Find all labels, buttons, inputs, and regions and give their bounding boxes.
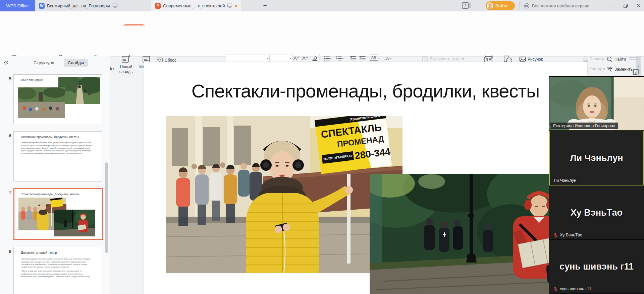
divider xyxy=(368,56,368,62)
new-slide-button[interactable]: Новый слайд ▾ xyxy=(115,55,137,74)
slide-thumbnail-5[interactable]: Сайт-специфик xyxy=(13,74,102,124)
restore-button[interactable] xyxy=(619,0,632,11)
slide-title-text[interactable]: Спектакли-променады, бродилки, квесты xyxy=(154,80,577,102)
thumb-bullet: Спектакли документального театра основан… xyxy=(21,258,93,269)
insert-picture-button[interactable]: Рисунок xyxy=(519,56,543,62)
align-text-button[interactable]: Выровнять текст ▾ xyxy=(422,56,464,62)
thumb-title: Сайт-специфик xyxy=(21,78,43,82)
wps-office-home-tab[interactable]: WPS Office xyxy=(0,0,35,11)
participant-display-name: Ли Чэньлун xyxy=(570,153,623,163)
tab-slides[interactable]: Слайды xyxy=(64,59,88,67)
presenting-monitor-icon xyxy=(112,3,118,8)
promenade-sign: Хранители.Омск СПЕКТАКЛЬ ПРОМЕНАД ТЕАТР … xyxy=(315,116,392,174)
decrease-indent-button[interactable] xyxy=(349,55,357,62)
login-label: Войти xyxy=(495,3,507,8)
slide-thumbnail-6[interactable]: Спектакли-променады, бродилки, квесты по… xyxy=(13,131,102,181)
pop-out-window-icon[interactable] xyxy=(632,68,639,76)
presentation-app-icon: P xyxy=(155,3,161,9)
divider xyxy=(113,54,113,78)
split-handle[interactable] xyxy=(629,57,639,58)
clear-format-button[interactable] xyxy=(311,55,319,62)
participant-video xyxy=(549,77,644,130)
sort-text-button[interactable]: ↓A xyxy=(382,55,390,62)
doc-tab-presentation-label: Современные_...х_спектаклей xyxy=(163,3,225,8)
doc-tab-writer[interactable]: W Всемирный_де...на_Разговоры xyxy=(35,0,122,11)
thumb-body-text: подвид иммерсивного театра. Здесь участн… xyxy=(21,142,93,155)
window-stack-icon xyxy=(470,3,471,8)
thumb-title: Документальный театр xyxy=(21,251,57,254)
increase-font-button[interactable]: A⁺ xyxy=(292,55,301,62)
numbered-list-button[interactable] xyxy=(335,55,343,62)
login-button[interactable]: Войти xyxy=(486,1,515,10)
trial-version-badge[interactable]: Бесплатная пробная версия xyxy=(524,0,589,11)
participant-display-name: Ху ВэньТао xyxy=(571,208,623,218)
collapse-panel-button[interactable] xyxy=(3,60,9,65)
participant-name-label: Екатерина Ивановна Гончарова xyxy=(550,123,618,129)
minimize-button[interactable] xyxy=(604,0,617,11)
slide-number: 6 xyxy=(5,133,11,138)
thumb-bullet: Так же в практике таких постановок пригл… xyxy=(21,270,93,278)
slide-thumbnail-7[interactable]: Спектакли-променады, бродилки, квесты xyxy=(13,188,103,240)
slide7-photo-2 xyxy=(54,210,95,236)
divider xyxy=(479,2,479,9)
thumb-title: Спектакли-променады, бродилки, квесты xyxy=(21,193,79,196)
slide-number: 5 xyxy=(5,76,11,81)
sidebar-scrollbar[interactable] xyxy=(105,162,108,253)
replace-button[interactable]: Заменить xyxy=(606,66,635,72)
ribbon-home: Вставить ▾ Вырезать Копировать Формат по… xyxy=(0,25,644,57)
menu-row: Меню ▾ Главная Вставка Дизайн Переходы А… xyxy=(0,11,644,25)
fill-button[interactable]: Заливка ▾ xyxy=(582,56,609,62)
promenade-photo-graphic: Хранители.Омск СПЕКТАКЛЬ ПРОМЕНАД ТЕАТР … xyxy=(166,116,402,273)
doc-tab-writer-label: Всемирный_де...на_Разговоры xyxy=(47,3,110,8)
unsaved-changes-dot xyxy=(235,5,237,7)
panel-tabs: Структура Слайды xyxy=(30,59,88,67)
presenting-monitor-icon xyxy=(227,3,232,8)
muted-mic-icon xyxy=(553,287,558,291)
slide-thumbnail-8[interactable]: Документальный театр Спектакли документа… xyxy=(13,247,102,294)
video-conference-panel: Екатерина Ивановна Гончарова Ли Чэньлун … xyxy=(549,76,644,294)
window-count-button[interactable]: 2 xyxy=(462,2,471,9)
participant-name-label: Ли Чэньлун xyxy=(551,177,579,184)
split-handle-line xyxy=(629,59,639,60)
slide-number: 8 xyxy=(5,249,11,254)
participant-tile-1[interactable]: Екатерина Ивановна Гончарова xyxy=(549,77,644,131)
divider xyxy=(519,2,520,9)
participant-name-label: Ху ВэньТао xyxy=(550,232,585,238)
bullet-list-button[interactable] xyxy=(323,55,331,62)
wps-office-window: WPS Office W Всемирный_де...на_Разговоры… xyxy=(0,0,644,294)
wps-office-label: WPS Office xyxy=(6,3,29,8)
divider xyxy=(346,56,347,62)
writer-app-icon: W xyxy=(39,3,45,9)
thumb-title: Спектакли-променады, бродилки, квесты xyxy=(21,135,79,139)
numbered-list-caret[interactable]: ▾ xyxy=(342,57,343,60)
trial-version-label: Бесплатная пробная версия xyxy=(532,3,589,8)
text-direction-button[interactable]: AB xyxy=(370,55,378,61)
window-count-value: 2 xyxy=(462,2,469,9)
participant-tile-2[interactable]: Ли Чэньлун Ли Чэньлун xyxy=(549,131,644,186)
decrease-font-button[interactable]: A⁻ xyxy=(301,55,309,62)
scroll-up-arrow[interactable] xyxy=(620,58,623,60)
sort-text-caret[interactable]: ▾ xyxy=(390,57,391,60)
slide-panel: Структура Слайды 5 Сайт-специфик 6 Спект… xyxy=(0,56,110,294)
bullet-list-caret[interactable]: ▾ xyxy=(330,57,331,60)
tab-outline[interactable]: Структура xyxy=(30,59,58,67)
avatar xyxy=(487,2,493,9)
doc-tab-presentation[interactable]: P Современные_...х_спектаклей xyxy=(151,0,241,11)
participant-name-label: сунь шивэнь г11 xyxy=(550,286,594,292)
participant-display-name: сунь шивэнь г11 xyxy=(559,262,634,272)
slide-editor[interactable]: Спектакли-променады, бродилки, квесты xyxy=(144,62,587,294)
slide-number: 7 xyxy=(5,190,11,195)
close-button[interactable] xyxy=(632,0,644,11)
increase-indent-button[interactable] xyxy=(358,55,366,62)
crown-badge-icon xyxy=(524,3,530,9)
participant-tile-4[interactable]: сунь шивэнь г11 сунь шивэнь г11 xyxy=(549,240,644,293)
participant-tile-3[interactable]: Ху ВэньТао Ху ВэньТао xyxy=(549,186,644,240)
new-tab-button[interactable]: + xyxy=(261,2,269,10)
text-direction-caret[interactable]: ▾ xyxy=(378,57,380,60)
muted-mic-icon xyxy=(553,233,558,237)
slide5-photo-1 xyxy=(18,87,65,118)
window-tab-bar: WPS Office W Всемирный_де...на_Разговоры… xyxy=(0,0,644,11)
divider xyxy=(603,54,603,78)
slide-photo-promenade[interactable]: Хранители.Омск СПЕКТАКЛЬ ПРОМЕНАД ТЕАТР … xyxy=(166,116,402,273)
